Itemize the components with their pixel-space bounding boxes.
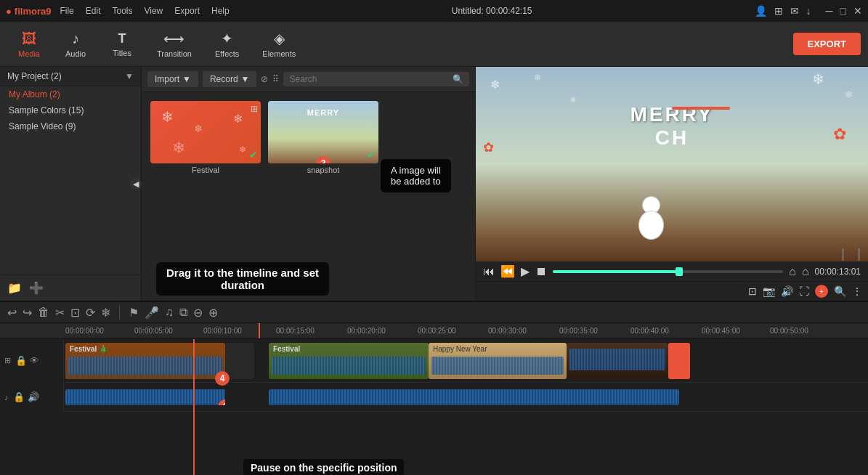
toolbar-audio[interactable]: ♪ Audio <box>54 26 97 62</box>
festival-clip-1[interactable]: Festival 🎄 <box>65 343 225 379</box>
fit-screen-icon[interactable]: ⊡ <box>748 285 757 297</box>
audio-clip-2[interactable] <box>269 389 679 405</box>
toolbar-audio-label: Audio <box>65 49 86 58</box>
user-icon[interactable]: 👤 <box>755 5 767 17</box>
add-marker-icon[interactable]: + <box>815 285 828 298</box>
go-start-button[interactable]: ⏮ <box>483 265 495 278</box>
toolbar-media[interactable]: 🖼 Media <box>7 26 51 62</box>
loop-start-icon[interactable]: ⌂ <box>789 265 796 278</box>
ruler-35: 00:00:35:00 <box>559 327 598 335</box>
project-expand-icon[interactable]: ▼ <box>125 71 134 81</box>
menu-help[interactable]: Help <box>211 6 230 16</box>
step-back-button[interactable]: ⏪ <box>500 264 515 278</box>
flower-deco2: ✿ <box>483 139 494 155</box>
toolbar-effects[interactable]: ✦ Effects <box>205 25 249 62</box>
speed-button[interactable]: ⟳ <box>86 306 95 320</box>
minimize-icon[interactable]: ─ <box>826 5 833 17</box>
collapse-panel-arrow[interactable]: ◀ <box>130 178 142 190</box>
toolbar-media-label: Media <box>18 49 40 58</box>
menu-edit[interactable]: Edit <box>86 6 101 16</box>
export-button[interactable]: EXPORT <box>793 33 861 55</box>
cut-button[interactable]: ✂ <box>55 306 65 320</box>
undo-button[interactable]: ↩ <box>7 306 17 320</box>
menu-export[interactable]: Export <box>174 6 200 16</box>
festival-clip-2[interactable]: Festival <box>269 343 429 379</box>
flag-button[interactable]: ⚑ <box>129 306 139 320</box>
sample-colors-item[interactable]: Sample Colors (15) <box>0 102 141 118</box>
download-icon[interactable]: ↓ <box>806 5 811 17</box>
timeline: ↩ ↪ 🗑 ✂ ⊡ ⟳ ❄ ⚑ 🎤 ♫ ⧉ ⊖ ⊕ Drag it to the… <box>0 301 868 475</box>
menu-file[interactable]: File <box>60 6 73 16</box>
ruler-10: 00:00:10:00 <box>203 327 242 335</box>
progress-thumb <box>676 267 683 276</box>
zoom-out-icon[interactable]: 🔍 <box>834 285 846 297</box>
import-button[interactable]: Import ▼ <box>147 71 198 87</box>
sample-video-item[interactable]: Sample Video (9) <box>0 118 141 134</box>
festival-clip-3[interactable]: Happy New Year <box>429 343 567 379</box>
crop-button[interactable]: ⊡ <box>70 306 80 320</box>
snapshot-label: snapshot <box>268 166 378 174</box>
zoom-plus-button[interactable]: ⊕ <box>208 306 218 320</box>
festival-clip-4[interactable] <box>567 343 668 379</box>
menu-view[interactable]: View <box>144 6 163 16</box>
pause-callout: Pause on the specific position <box>243 462 404 474</box>
snow1: ❄ <box>490 78 500 92</box>
record-button[interactable]: Record ▼ <box>203 71 257 87</box>
redo-button[interactable]: ↪ <box>23 306 32 320</box>
snowman-body <box>638 211 664 240</box>
play-button[interactable]: ▶ <box>521 264 530 278</box>
toolbar-titles[interactable]: T Titles <box>100 27 144 62</box>
media-icon: 🖼 <box>22 31 36 47</box>
grid-view-icon[interactable]: ⠿ <box>272 74 279 84</box>
image-tooltip: A image will be added to <box>381 159 451 192</box>
snapshot-icon[interactable]: 📷 <box>763 285 775 297</box>
search-input[interactable] <box>289 74 450 84</box>
clip1-label: Festival 🎄 <box>65 343 225 355</box>
timeline-toolbar: ↩ ↪ 🗑 ✂ ⊡ ⟳ ❄ ⚑ 🎤 ♫ ⧉ ⊖ ⊕ Drag it to the… <box>0 302 868 323</box>
audio-lock-icon[interactable]: 🔒 <box>13 391 25 402</box>
progress-bar[interactable] <box>553 270 783 273</box>
playhead[interactable] <box>193 339 195 475</box>
tooltip-line2: be added to <box>391 176 441 187</box>
effects-icon: ✦ <box>221 30 233 47</box>
fullscreen-icon[interactable]: ⛶ <box>799 285 809 297</box>
project-title: My Project (2) <box>7 71 62 81</box>
search-icon[interactable]: 🔍 <box>453 74 463 84</box>
audio-track: ♪ 🔒 🔊 1 <box>65 383 868 412</box>
lock-icon[interactable]: 🔒 <box>15 355 27 366</box>
music-button[interactable]: ♫ <box>165 306 174 319</box>
album-item[interactable]: My Album (2) <box>0 86 141 102</box>
eye-icon[interactable]: 👁 <box>30 355 39 366</box>
festival-clip-5[interactable] <box>668 343 690 379</box>
filter-icon[interactable]: ⊘ <box>261 74 268 84</box>
preview-controls: ⏮ ⏪ ▶ ⏹ ⌂ ⌂ 00:00:13:01 <box>476 261 868 281</box>
media-card-festival[interactable]: ⊞ ❄ ❄ ❄ ❄ ❄ ✔ Festival <box>150 101 261 174</box>
preview-video: ❄ ❄ ❄ ❄ ❄ MERRY CH ✿ ✿ <box>476 67 868 261</box>
zoom-minus-button[interactable]: ⊖ <box>193 306 203 320</box>
audio-clip-1[interactable]: 1 <box>65 389 225 405</box>
media-card-snapshot[interactable]: ⊞ MERRY 3 ✔ snapshot A image will be add… <box>268 101 378 174</box>
loop-end-icon[interactable]: ⌂ <box>802 265 809 278</box>
festival-label: Festival <box>150 166 261 174</box>
mail-icon[interactable]: ✉ <box>790 5 799 17</box>
more-options-icon[interactable]: ⋮ <box>852 285 862 297</box>
maximize-icon[interactable]: □ <box>840 5 846 17</box>
menu-tools[interactable]: Tools <box>112 6 132 16</box>
mic-button[interactable]: 🎤 <box>145 306 159 320</box>
timeline-ruler: 00:00:00:00 00:00:05:00 00:00:10:00 00:0… <box>0 323 868 339</box>
transition-icon: ⟷ <box>163 30 184 47</box>
audio-vol-icon[interactable]: 🔊 <box>28 391 39 402</box>
add-media-icon[interactable]: ➕ <box>29 281 44 295</box>
delete-button[interactable]: 🗑 <box>38 306 49 319</box>
freeze-button[interactable]: ❄ <box>101 306 110 320</box>
pip-button[interactable]: ⧉ <box>179 306 187 319</box>
stop-button[interactable]: ⏹ <box>535 265 547 278</box>
volume-icon[interactable]: 🔊 <box>781 285 793 297</box>
add-folder-icon[interactable]: 📁 <box>7 281 22 295</box>
toolbar-elements[interactable]: ◈ Elements <box>252 25 306 62</box>
main-toolbar: 🖼 Media ♪ Audio T Titles ⟷ Transition ✦ … <box>0 22 868 67</box>
grid-icon[interactable]: ⊞ <box>774 5 783 17</box>
close-icon[interactable]: ✕ <box>853 5 862 17</box>
audio-wave2 <box>269 389 679 404</box>
toolbar-transition[interactable]: ⟷ Transition <box>147 25 202 62</box>
